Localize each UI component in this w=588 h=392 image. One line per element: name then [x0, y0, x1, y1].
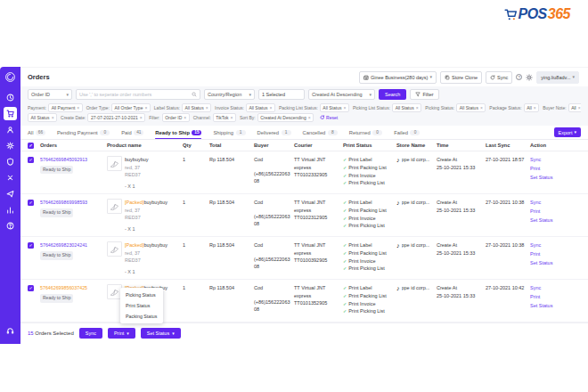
gear-icon	[526, 74, 533, 81]
print-action-link[interactable]: Print	[530, 293, 584, 301]
remove-tag-icon[interactable]: ×	[140, 115, 143, 120]
reset-filters-link[interactable]: Reset	[320, 115, 338, 120]
filter-tag-chip[interactable]: Order ID ×	[162, 113, 190, 122]
remove-tag-icon[interactable]: ×	[480, 105, 483, 110]
set-status-action-link[interactable]: Set Status	[530, 174, 584, 182]
sidebar-item-marketing[interactable]	[4, 187, 17, 200]
print-action-link[interactable]: Print	[530, 250, 584, 258]
remove-tag-icon[interactable]: ×	[416, 105, 419, 110]
set-status-action-link[interactable]: Set Status	[530, 259, 584, 267]
settings-button[interactable]	[526, 74, 533, 81]
sidebar-item-orders[interactable]	[4, 107, 17, 120]
remove-tag-icon[interactable]: ×	[52, 115, 54, 120]
sync-action-link[interactable]: Sync	[530, 156, 584, 164]
sync-action-link[interactable]: Sync	[530, 284, 584, 292]
filter-tag-chip[interactable]: All Status ×	[246, 103, 275, 112]
last-sync-cell: 27-10-2021 18:57	[486, 156, 530, 164]
row-checkbox[interactable]: ✓	[28, 157, 34, 163]
order-status-tab[interactable]: Delivered 1	[257, 126, 291, 139]
remove-tag-icon[interactable]: ×	[206, 105, 208, 110]
order-status-tab[interactable]: Failed 0	[394, 126, 420, 139]
remove-tag-icon[interactable]: ×	[144, 105, 147, 110]
help-button[interactable]: ?	[516, 74, 522, 80]
order-status-tab[interactable]: Cancelled 8	[303, 126, 338, 139]
filter-tag-label: Payment:	[28, 105, 46, 110]
bulk-set-status-button[interactable]: Set Status ▾	[141, 328, 181, 339]
sidebar-item-support[interactable]	[4, 324, 17, 338]
order-id-link[interactable]: 576462699845092913	[40, 156, 107, 163]
store-clone-button[interactable]: Store Clone	[440, 71, 482, 84]
remove-tag-icon[interactable]: ×	[308, 115, 311, 120]
product-info: [Packed]buybuybuy red, 37 RED37 - X 1	[125, 199, 167, 233]
sidebar-item-customers[interactable]	[4, 123, 17, 136]
popup-menu-item[interactable]: Print Status	[120, 300, 163, 311]
export-button[interactable]: Export ▾	[554, 127, 581, 137]
order-id-link[interactable]: 576462699856037425	[40, 284, 107, 291]
filter-tag-chip[interactable]: All Status ×	[456, 103, 486, 112]
bulk-print-button[interactable]: Print ▾	[108, 328, 135, 339]
order-status-tab[interactable]: Paid 41	[121, 126, 143, 139]
filter-tag-chip[interactable]: All Order Type ×	[111, 103, 151, 112]
sidebar-item-history[interactable]	[4, 91, 17, 104]
qty-cell: 1	[183, 241, 209, 249]
sidebar-item-help[interactable]	[4, 219, 17, 233]
remove-tag-icon[interactable]: ×	[184, 115, 186, 120]
row-checkbox[interactable]: ✓	[28, 200, 34, 206]
row-checkbox[interactable]: ✓	[28, 285, 34, 291]
order-id-cell: 576462699869998593 Ready to Ship	[40, 199, 107, 216]
user-menu[interactable]: ying.liu8adv... ▾	[536, 71, 579, 84]
filter-tag-chip[interactable]: 27-07-2021-27-10-2021 ×	[87, 113, 145, 122]
pos365-logo: POS 365	[504, 7, 571, 21]
filter-tag-chip[interactable]: All Payment ×	[48, 103, 83, 112]
remove-tag-icon[interactable]: ×	[578, 105, 581, 110]
order-status-tab[interactable]: Ready to Ship 15	[155, 126, 201, 139]
set-status-action-link[interactable]: Set Status	[530, 302, 584, 310]
bulk-sync-button[interactable]: Sync	[79, 328, 102, 339]
filter-tag-chip[interactable]: All Status ×	[28, 113, 57, 122]
sidebar-item-settings[interactable]	[4, 139, 17, 152]
row-checkbox[interactable]: ✓	[28, 242, 34, 249]
order-status-tab[interactable]: Pending Payment 0	[57, 126, 110, 139]
sidebar-item-cancel[interactable]	[4, 171, 17, 184]
order-search-input[interactable]	[79, 92, 192, 97]
filter-button[interactable]: Filter	[410, 89, 438, 100]
remove-tag-icon[interactable]: ×	[231, 115, 233, 120]
popup-menu-item[interactable]: Packing Status	[120, 311, 163, 322]
select-all-checkbox[interactable]: ✓	[28, 143, 34, 149]
order-status-tab[interactable]: All 66	[28, 126, 45, 139]
store-selector[interactable]: Ginee Business(280 days) ▾	[359, 71, 437, 84]
filter-tag-chip[interactable]: TikTok ×	[213, 113, 236, 122]
filter-tag-chip[interactable]: All ×	[568, 103, 581, 112]
tracking-number: TT0100392905	[294, 257, 343, 265]
print-action-link[interactable]: Print	[530, 208, 584, 216]
remove-tag-icon[interactable]: ×	[343, 105, 346, 110]
sidebar-item-security[interactable]	[4, 155, 17, 168]
filter-tag-chip[interactable]: All Status ×	[320, 103, 349, 112]
remove-tag-icon[interactable]: ×	[77, 105, 79, 110]
order-row: ✓ 576462699823024241 Ready to Ship [Pack…	[20, 237, 588, 280]
order-status-tab[interactable]: Returned 0	[349, 126, 382, 139]
filter-tag: Payment: All Payment ×	[28, 103, 83, 112]
filter-tag-chip[interactable]: Created At Descending ×	[257, 113, 314, 122]
popup-menu-item[interactable]: Picking Status	[120, 290, 163, 300]
country-select[interactable]: Country/Region ▾	[204, 89, 255, 100]
app-window: Orders Ginee Business(280 days) ▾ Store …	[0, 67, 588, 344]
search-button[interactable]: Search	[379, 89, 406, 100]
order-id-link[interactable]: 576462699869998593	[40, 199, 107, 206]
print-action-link[interactable]: Print	[530, 165, 584, 173]
remove-tag-icon[interactable]: ×	[270, 105, 273, 110]
filter-tag-chip[interactable]: All Status ×	[392, 103, 421, 112]
order-status-tab[interactable]: Shipping 1	[213, 126, 245, 139]
remove-tag-icon[interactable]: ×	[534, 105, 536, 110]
filter-tag-chip[interactable]: All ×	[524, 103, 539, 112]
order-id-link[interactable]: 576462699823024241	[40, 241, 107, 249]
sort-select[interactable]: Created At Descending ▾	[308, 89, 375, 100]
selected-filter-input[interactable]	[262, 92, 301, 97]
sync-action-link[interactable]: Sync	[530, 199, 584, 207]
sync-button[interactable]: Sync	[486, 71, 512, 84]
set-status-action-link[interactable]: Set Status	[530, 216, 584, 225]
filter-tag-chip[interactable]: All Status ×	[182, 103, 211, 112]
sidebar-item-reports[interactable]	[4, 203, 17, 216]
order-id-select[interactable]: Order ID ▾	[28, 89, 72, 100]
sync-action-link[interactable]: Sync	[530, 241, 584, 249]
